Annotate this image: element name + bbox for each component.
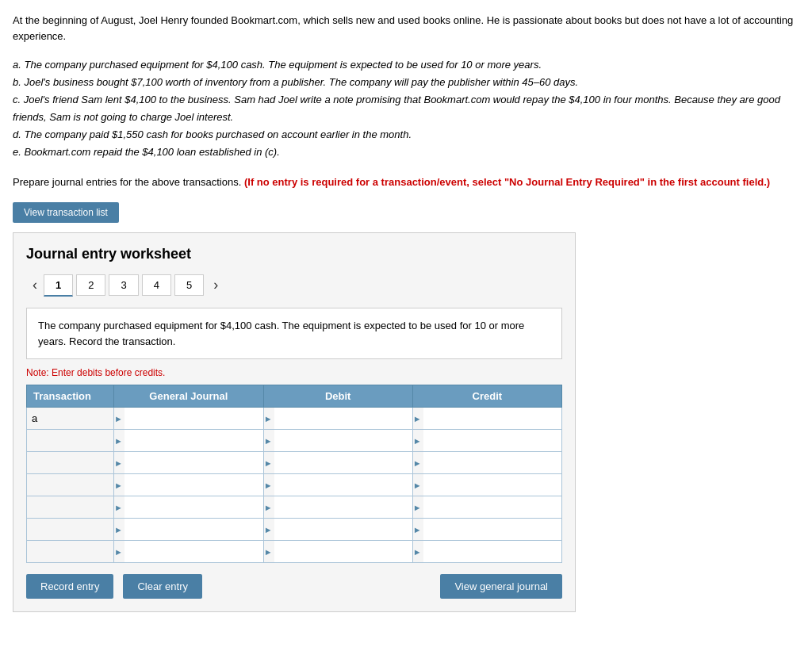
transaction-description-text: The company purchased equipment for $4,1… <box>38 320 524 347</box>
row-3-journal[interactable]: ► <box>114 452 264 474</box>
view-transaction-list-button[interactable]: View transaction list <box>13 202 119 223</box>
transaction-b: b. Joel's business bought $7,100 worth o… <box>13 74 799 91</box>
prepare-normal-text: Prepare journal entries for the above tr… <box>13 176 241 188</box>
transaction-d-label: d. <box>13 128 21 140</box>
row-5-credit[interactable]: ► <box>412 496 561 519</box>
row-2-credit-input[interactable] <box>423 430 561 451</box>
action-buttons-row: Record entry Clear entry View general jo… <box>26 574 562 599</box>
row-6-credit[interactable]: ► <box>412 519 561 541</box>
row-1-journal[interactable]: ► <box>114 408 264 430</box>
col-credit-header: Credit <box>412 385 561 408</box>
col-transaction-header: Transaction <box>27 385 114 408</box>
row-5-debit[interactable]: ► <box>263 496 412 519</box>
row-7-credit[interactable]: ► <box>412 541 561 563</box>
row-6-journal-input[interactable] <box>124 519 263 540</box>
row-3-debit[interactable]: ► <box>263 452 412 474</box>
row-7-transaction <box>27 541 114 563</box>
row-1-journal-input[interactable] <box>124 408 263 429</box>
transaction-b-text: Joel's business bought $7,100 worth of i… <box>24 76 578 88</box>
tab-5[interactable]: 5 <box>174 274 204 296</box>
table-row: ► ► ► <box>27 474 562 496</box>
row-4-credit-input[interactable] <box>423 474 561 496</box>
tab-1[interactable]: 1 <box>44 274 73 297</box>
journal-entry-worksheet: Journal entry worksheet ‹ 1 2 3 4 5 › Th… <box>13 232 576 612</box>
table-row: ► ► ► <box>27 541 562 563</box>
row-3-credit[interactable]: ► <box>412 452 561 474</box>
row-5-journal-input[interactable] <box>124 496 263 518</box>
clear-entry-button[interactable]: Clear entry <box>123 574 202 599</box>
transaction-b-label: b. <box>13 76 21 88</box>
row-4-debit-input[interactable] <box>274 474 412 496</box>
journal-table: Transaction General Journal Debit Credit… <box>26 385 562 563</box>
row-4-transaction <box>27 474 114 496</box>
view-general-journal-button[interactable]: View general journal <box>440 574 562 599</box>
row-2-journal[interactable]: ► <box>114 430 264 452</box>
row-4-journal-input[interactable] <box>124 474 263 496</box>
transaction-a-text: The company purchased equipment for $4,1… <box>24 59 542 71</box>
row-6-journal[interactable]: ► <box>114 519 264 541</box>
row-7-debit-input[interactable] <box>274 541 412 562</box>
transaction-d-text: The company paid $1,550 cash for books p… <box>24 128 412 140</box>
transaction-description: The company purchased equipment for $4,1… <box>26 308 562 359</box>
row-4-journal[interactable]: ► <box>114 474 264 496</box>
col-debit-header: Debit <box>263 385 412 408</box>
row-7-credit-input[interactable] <box>423 541 561 562</box>
table-row: ► ► ► <box>27 430 562 452</box>
next-tab-button[interactable]: › <box>207 274 224 297</box>
row-3-credit-input[interactable] <box>423 452 561 473</box>
prev-tab-button[interactable]: ‹ <box>26 274 44 297</box>
row-4-debit[interactable]: ► <box>263 474 412 496</box>
row-1-credit-input[interactable] <box>423 408 561 429</box>
row-2-transaction <box>27 430 114 452</box>
prepare-red-text: (If no entry is required for a transacti… <box>244 176 770 188</box>
row-7-journal-input[interactable] <box>124 541 263 562</box>
row-2-debit[interactable]: ► <box>263 430 412 452</box>
row-3-journal-input[interactable] <box>124 452 263 473</box>
note-text: Note: Enter debits before credits. <box>26 367 562 378</box>
table-row: a ► ► ► <box>27 408 562 430</box>
row-2-journal-input[interactable] <box>124 430 263 451</box>
transaction-c-label: c. <box>13 94 21 105</box>
transaction-c: c. Joel's friend Sam lent $4,100 to the … <box>13 91 799 126</box>
row-7-journal[interactable]: ► <box>114 541 264 563</box>
row-7-debit[interactable]: ► <box>263 541 412 563</box>
row-2-debit-input[interactable] <box>274 430 412 451</box>
tab-2[interactable]: 2 <box>76 274 105 296</box>
row-6-credit-input[interactable] <box>423 519 561 540</box>
tabs-row: ‹ 1 2 3 4 5 › <box>26 274 562 297</box>
transaction-c-text: Joel's friend Sam lent $4,100 to the bus… <box>13 94 780 123</box>
transaction-d: d. The company paid $1,550 cash for book… <box>13 126 799 144</box>
row-1-credit[interactable]: ► <box>412 408 561 430</box>
transaction-a-label: a. <box>13 59 21 71</box>
row-5-transaction <box>27 496 114 519</box>
intro-text: At the beginning of August, Joel Henry f… <box>13 14 793 42</box>
row-6-debit[interactable]: ► <box>263 519 412 541</box>
transaction-e-text: Bookmart.com repaid the $4,100 loan esta… <box>24 146 279 158</box>
row-5-journal[interactable]: ► <box>114 496 264 519</box>
transaction-e: e. Bookmart.com repaid the $4,100 loan e… <box>13 144 799 161</box>
intro-paragraph: At the beginning of August, Joel Henry f… <box>13 13 799 44</box>
prepare-instructions: Prepare journal entries for the above tr… <box>13 174 799 190</box>
row-1-debit[interactable]: ► <box>263 408 412 430</box>
record-entry-button[interactable]: Record entry <box>26 574 113 599</box>
table-row: ► ► ► <box>27 519 562 541</box>
transactions-list: a. The company purchased equipment for $… <box>13 56 799 162</box>
tab-3[interactable]: 3 <box>109 274 138 296</box>
row-3-transaction <box>27 452 114 474</box>
col-general-journal-header: General Journal <box>114 385 264 408</box>
row-6-debit-input[interactable] <box>274 519 412 540</box>
row-6-transaction <box>27 519 114 541</box>
table-row: ► ► ► <box>27 496 562 519</box>
row-2-credit[interactable]: ► <box>412 430 561 452</box>
transaction-a: a. The company purchased equipment for $… <box>13 56 799 74</box>
worksheet-title: Journal entry worksheet <box>26 246 562 262</box>
transaction-e-label: e. <box>13 146 21 158</box>
row-1-debit-input[interactable] <box>274 408 412 429</box>
row-4-credit[interactable]: ► <box>412 474 561 496</box>
row-3-debit-input[interactable] <box>274 452 412 473</box>
row-1-transaction: a <box>27 408 114 430</box>
row-5-credit-input[interactable] <box>423 496 561 518</box>
table-row: ► ► ► <box>27 452 562 474</box>
tab-4[interactable]: 4 <box>142 274 171 296</box>
row-5-debit-input[interactable] <box>274 496 412 518</box>
